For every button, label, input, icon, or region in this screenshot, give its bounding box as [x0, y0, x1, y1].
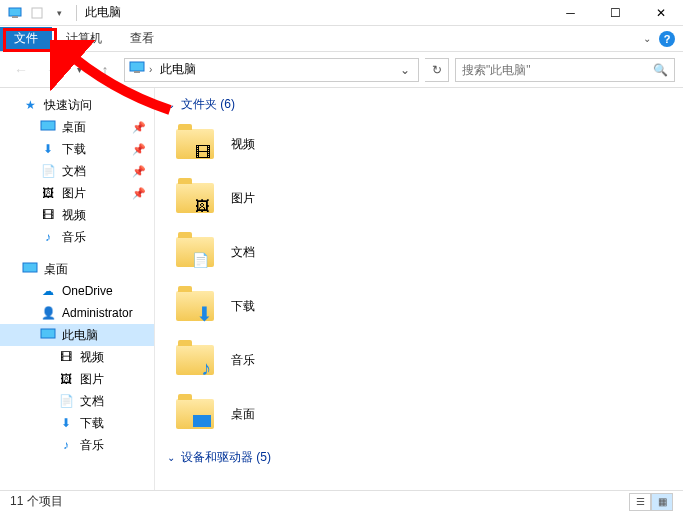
address-box[interactable]: › 此电脑 ⌄ — [124, 58, 419, 82]
picture-icon: 🖼 — [40, 185, 56, 201]
status-bar: 11 个项目 ☰ ▦ — [0, 490, 683, 512]
folder-downloads[interactable]: ⬇ 下载 — [155, 279, 683, 333]
star-icon: ★ — [22, 97, 38, 113]
nav-onedrive[interactable]: ☁ OneDrive — [0, 280, 154, 302]
forward-button[interactable]: → — [40, 57, 66, 83]
nav-downloads[interactable]: ⬇ 下载 📌 — [0, 138, 154, 160]
help-icon[interactable]: ? — [659, 31, 675, 47]
minimize-button[interactable]: ─ — [548, 0, 593, 26]
cloud-icon: ☁ — [40, 283, 56, 299]
app-icon — [6, 4, 24, 22]
nav-desktop-root[interactable]: 桌面 — [0, 258, 154, 280]
user-icon: 👤 — [40, 305, 56, 321]
svg-rect-0 — [9, 8, 21, 16]
picture-icon: 🖼 — [58, 371, 74, 387]
pc-icon — [40, 327, 56, 343]
pin-icon: 📌 — [132, 121, 146, 134]
music-icon: ♪ — [40, 229, 56, 245]
nav-pc-videos[interactable]: 🎞 视频 — [0, 346, 154, 368]
qat-properties-icon[interactable] — [28, 4, 46, 22]
view-details-button[interactable]: ☰ — [629, 493, 651, 511]
nav-pc-music[interactable]: ♪ 音乐 — [0, 434, 154, 456]
svg-rect-3 — [130, 62, 144, 71]
tab-computer[interactable]: 计算机 — [52, 27, 116, 51]
pin-icon: 📌 — [132, 187, 146, 200]
video-icon: 🎞 — [58, 349, 74, 365]
nav-music[interactable]: ♪ 音乐 — [0, 226, 154, 248]
svg-rect-8 — [193, 415, 211, 427]
document-icon: 📄 — [40, 163, 56, 179]
close-button[interactable]: ✕ — [638, 0, 683, 26]
maximize-button[interactable]: ☐ — [593, 0, 638, 26]
group-devices[interactable]: ⌄ 设备和驱动器 (5) — [155, 441, 683, 470]
download-icon: ⬇ — [58, 415, 74, 431]
folder-videos[interactable]: 🎞 视频 — [155, 117, 683, 171]
desktop-icon — [40, 119, 56, 135]
navigation-pane: ★ 快速访问 桌面 📌 ⬇ 下载 📌 📄 文档 📌 🖼 图片 📌 🎞 视频 — [0, 88, 155, 490]
breadcrumb[interactable]: 此电脑 — [156, 61, 200, 78]
window-title: 此电脑 — [85, 4, 121, 21]
desktop-icon — [22, 261, 38, 277]
nav-videos[interactable]: 🎞 视频 — [0, 204, 154, 226]
pin-icon: 📌 — [132, 165, 146, 178]
view-tiles-button[interactable]: ▦ — [651, 493, 673, 511]
folder-pictures[interactable]: 🖼 图片 — [155, 171, 683, 225]
video-icon: 🎞 — [40, 207, 56, 223]
nav-quick-access[interactable]: ★ 快速访问 — [0, 94, 154, 116]
item-count: 11 个项目 — [10, 493, 63, 510]
nav-pc-pictures[interactable]: 🖼 图片 — [0, 368, 154, 390]
nav-documents[interactable]: 📄 文档 📌 — [0, 160, 154, 182]
svg-rect-1 — [12, 16, 18, 18]
up-button[interactable]: ↑ — [92, 57, 118, 83]
search-icon: 🔍 — [653, 63, 668, 77]
nav-administrator[interactable]: 👤 Administrator — [0, 302, 154, 324]
ribbon-collapse-icon[interactable]: ⌄ — [643, 33, 651, 44]
ribbon-tabs: 文件 计算机 查看 ⌄ ? — [0, 26, 683, 52]
pin-icon: 📌 — [132, 143, 146, 156]
tab-view[interactable]: 查看 — [116, 27, 168, 51]
nav-pc-documents[interactable]: 📄 文档 — [0, 390, 154, 412]
address-dropdown-icon[interactable]: ⌄ — [396, 63, 414, 77]
tab-file[interactable]: 文件 — [0, 27, 52, 51]
folder-music[interactable]: ♪ 音乐 — [155, 333, 683, 387]
document-icon: 📄 — [58, 393, 74, 409]
folder-desktop[interactable]: 桌面 — [155, 387, 683, 441]
title-bar: ▾ 此电脑 ─ ☐ ✕ — [0, 0, 683, 26]
svg-rect-7 — [41, 329, 55, 338]
pc-icon — [129, 61, 145, 78]
folder-documents[interactable]: 📄 文档 — [155, 225, 683, 279]
svg-rect-6 — [23, 263, 37, 272]
search-box[interactable]: 🔍 — [455, 58, 675, 82]
search-input[interactable] — [462, 63, 653, 77]
group-folders[interactable]: ⌄ 文件夹 (6) — [155, 88, 683, 117]
address-bar: ← → ▾ ↑ › 此电脑 ⌄ ↻ 🔍 — [0, 52, 683, 88]
chevron-down-icon: ⌄ — [167, 452, 175, 463]
back-button[interactable]: ← — [8, 57, 34, 83]
nav-desktop[interactable]: 桌面 📌 — [0, 116, 154, 138]
svg-rect-5 — [41, 121, 55, 130]
music-icon: ♪ — [58, 437, 74, 453]
nav-this-pc[interactable]: 此电脑 — [0, 324, 154, 346]
svg-rect-4 — [134, 71, 140, 73]
recent-dropdown-icon[interactable]: ▾ — [72, 57, 86, 83]
qat-dropdown-icon[interactable]: ▾ — [50, 4, 68, 22]
download-icon: ⬇ — [40, 141, 56, 157]
nav-pc-downloads[interactable]: ⬇ 下载 — [0, 412, 154, 434]
refresh-button[interactable]: ↻ — [425, 58, 449, 82]
chevron-right-icon: › — [149, 64, 152, 75]
nav-pictures[interactable]: 🖼 图片 📌 — [0, 182, 154, 204]
chevron-down-icon: ⌄ — [167, 99, 175, 110]
svg-rect-2 — [32, 8, 42, 18]
content-pane: ⌄ 文件夹 (6) 🎞 视频 🖼 图片 📄 文档 ⬇ 下载 ♪ 音乐 桌面 ⌄ — [155, 88, 683, 490]
